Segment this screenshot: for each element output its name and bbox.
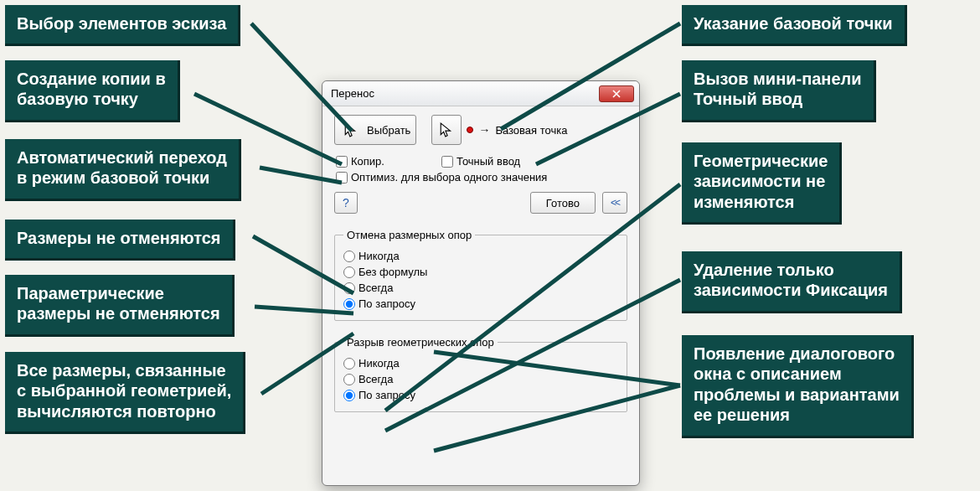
close-icon xyxy=(612,90,621,98)
arrow-right-icon: → xyxy=(478,123,490,137)
svg-marker-2 xyxy=(345,123,354,137)
select-label: Выбрать xyxy=(367,124,410,137)
g1-r2[interactable]: Без формулы xyxy=(343,266,618,278)
annot-delete-fix: Удаление только зависимости Фиксация xyxy=(682,251,902,313)
titlebar: Перенос xyxy=(322,81,639,106)
tool-row: Выбрать → Базовая точка xyxy=(334,115,627,145)
annot-create-copy: Создание копии в базовую точку xyxy=(5,60,180,122)
g1-r3-label: Всегда xyxy=(358,282,393,294)
action-row: ? Готово << xyxy=(334,192,627,214)
basepoint-label: Базовая точка xyxy=(495,124,567,137)
g2-r2[interactable]: Всегда xyxy=(343,373,618,385)
help-button[interactable]: ? xyxy=(334,192,358,214)
close-button[interactable] xyxy=(599,85,634,102)
svg-marker-3 xyxy=(441,123,451,137)
done-button[interactable]: Готово xyxy=(530,192,596,214)
g1-r4[interactable]: По запросу xyxy=(343,297,618,310)
basepoint-button[interactable] xyxy=(431,115,462,145)
g1-r2-label: Без формулы xyxy=(358,266,427,278)
collapse-button[interactable]: << xyxy=(602,192,627,214)
g2-r1-label: Никогда xyxy=(358,357,400,370)
copy-label: Копир. xyxy=(351,155,384,168)
group1-legend: Отмена размерных опор xyxy=(343,229,475,241)
optimize-label: Оптимиз. для выбора одного значения xyxy=(351,171,547,183)
annot-basepoint-spec: Указание базовой точки xyxy=(682,5,907,46)
check-row-1: Копир. Точный ввод xyxy=(336,155,627,168)
annot-all-dims-recalc: Все размеры, связанные с выбранной геоме… xyxy=(5,352,245,434)
annot-precise-input: Вызов мини-панели Точный ввод xyxy=(682,60,876,122)
select-button[interactable]: Выбрать xyxy=(334,115,416,145)
help-icon: ? xyxy=(343,196,349,209)
precise-checkbox[interactable]: Точный ввод xyxy=(441,155,520,168)
annot-select-elements: Выбор элементов эскиза xyxy=(5,5,240,46)
cursor-icon xyxy=(436,119,457,141)
annot-dialog-appear: Появление диалогового окна с описанием п… xyxy=(682,335,914,438)
group-break-geom: Разрыв геометрических опор Никогда Всегд… xyxy=(334,336,627,412)
cursor-icon xyxy=(340,119,362,141)
annot-geom-deps: Геометрические зависимости не изменяются xyxy=(682,142,842,225)
g1-r3[interactable]: Всегда xyxy=(343,282,618,294)
g2-r3-label: По запросу xyxy=(358,389,415,401)
copy-checkbox[interactable]: Копир. xyxy=(336,155,384,168)
g2-r1[interactable]: Никогда xyxy=(343,357,618,370)
annot-dims-not-cancel: Размеры не отменяются xyxy=(5,220,235,261)
dialog-body: Выбрать → Базовая точка Копир. Точ xyxy=(322,106,639,422)
g1-r4-label: По запросу xyxy=(358,297,415,310)
dialog-title: Перенос xyxy=(331,87,599,100)
g2-r2-label: Всегда xyxy=(358,373,393,385)
group2-legend: Разрыв геометрических опор xyxy=(343,336,498,349)
move-dialog: Перенос Выбрать → Базовая точка xyxy=(322,80,640,486)
group-cancel-dims: Отмена размерных опор Никогда Без формул… xyxy=(334,229,627,321)
g1-r1[interactable]: Никогда xyxy=(343,250,618,262)
annot-parametric-dims: Параметрические размеры не отменяются xyxy=(5,275,235,337)
precise-label: Точный ввод xyxy=(456,155,520,168)
g2-r3[interactable]: По запросу xyxy=(343,389,618,401)
check-row-2: Оптимиз. для выбора одного значения xyxy=(336,171,627,183)
optimize-checkbox[interactable]: Оптимиз. для выбора одного значения xyxy=(336,171,547,183)
annot-auto-basepoint: Автоматический переход в режим базовой т… xyxy=(5,139,241,201)
red-dot-icon xyxy=(467,127,473,133)
g1-r1-label: Никогда xyxy=(358,250,400,262)
